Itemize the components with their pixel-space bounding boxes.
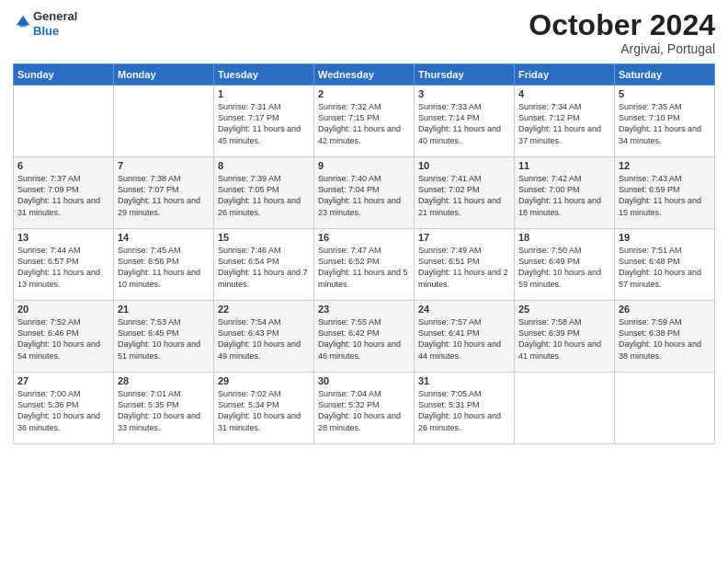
day-number: 27 [17, 375, 109, 386]
calendar-cell [114, 86, 214, 157]
calendar-cell: 9Sunrise: 7:40 AM Sunset: 7:04 PM Daylig… [314, 157, 415, 229]
day-info: Sunrise: 7:39 AM Sunset: 7:05 PM Dayligh… [218, 173, 310, 218]
title-area: October 2024 Argivai, Portugal [529, 9, 715, 56]
calendar-cell: 17Sunrise: 7:49 AM Sunset: 6:51 PM Dayli… [415, 229, 515, 301]
day-number: 6 [17, 160, 109, 171]
calendar-header-day: Sunday [14, 64, 114, 86]
day-info: Sunrise: 7:50 AM Sunset: 6:49 PM Dayligh… [518, 245, 610, 290]
calendar-cell: 1Sunrise: 7:31 AM Sunset: 7:17 PM Daylig… [214, 86, 314, 157]
day-info: Sunrise: 7:02 AM Sunset: 5:34 PM Dayligh… [218, 388, 310, 433]
calendar-cell: 20Sunrise: 7:52 AM Sunset: 6:46 PM Dayli… [14, 301, 114, 373]
day-info: Sunrise: 7:44 AM Sunset: 6:57 PM Dayligh… [17, 245, 109, 290]
calendar-cell: 4Sunrise: 7:34 AM Sunset: 7:12 PM Daylig… [515, 86, 615, 157]
calendar-cell: 29Sunrise: 7:02 AM Sunset: 5:34 PM Dayli… [214, 373, 314, 444]
day-info: Sunrise: 7:54 AM Sunset: 6:43 PM Dayligh… [218, 316, 310, 362]
day-number: 3 [418, 88, 510, 99]
day-number: 18 [518, 232, 610, 243]
day-number: 8 [218, 160, 310, 171]
calendar-cell: 3Sunrise: 7:33 AM Sunset: 7:14 PM Daylig… [415, 86, 515, 157]
calendar-header-day: Wednesday [314, 64, 415, 86]
calendar-week-row: 6Sunrise: 7:37 AM Sunset: 7:09 PM Daylig… [14, 157, 715, 229]
calendar-cell: 2Sunrise: 7:32 AM Sunset: 7:15 PM Daylig… [314, 86, 415, 157]
day-info: Sunrise: 7:59 AM Sunset: 6:38 PM Dayligh… [619, 316, 711, 362]
day-number: 12 [619, 160, 711, 171]
calendar-cell: 27Sunrise: 7:00 AM Sunset: 5:36 PM Dayli… [14, 373, 114, 444]
day-number: 31 [418, 375, 510, 386]
day-info: Sunrise: 7:57 AM Sunset: 6:41 PM Dayligh… [418, 316, 510, 362]
month-title: October 2024 [529, 9, 715, 41]
calendar-cell: 7Sunrise: 7:38 AM Sunset: 7:07 PM Daylig… [114, 157, 214, 229]
day-info: Sunrise: 7:47 AM Sunset: 6:52 PM Dayligh… [318, 245, 410, 290]
calendar-cell: 12Sunrise: 7:43 AM Sunset: 6:59 PM Dayli… [615, 157, 715, 229]
calendar-cell: 5Sunrise: 7:35 AM Sunset: 7:10 PM Daylig… [615, 86, 715, 157]
day-number: 5 [619, 88, 711, 99]
calendar-header-day: Tuesday [214, 64, 314, 86]
calendar-cell: 15Sunrise: 7:46 AM Sunset: 6:54 PM Dayli… [214, 229, 314, 301]
day-number: 15 [218, 232, 310, 243]
day-info: Sunrise: 7:40 AM Sunset: 7:04 PM Dayligh… [318, 173, 410, 218]
day-number: 30 [318, 375, 410, 386]
day-info: Sunrise: 7:58 AM Sunset: 6:39 PM Dayligh… [518, 316, 610, 362]
day-info: Sunrise: 7:52 AM Sunset: 6:46 PM Dayligh… [17, 316, 109, 362]
calendar-cell: 26Sunrise: 7:59 AM Sunset: 6:38 PM Dayli… [615, 301, 715, 373]
day-number: 28 [118, 375, 210, 386]
day-number: 23 [318, 304, 410, 315]
day-number: 26 [619, 304, 711, 315]
day-info: Sunrise: 7:35 AM Sunset: 7:10 PM Dayligh… [619, 101, 711, 146]
day-info: Sunrise: 7:33 AM Sunset: 7:14 PM Dayligh… [418, 101, 510, 146]
location: Argivai, Portugal [529, 41, 715, 56]
day-info: Sunrise: 7:49 AM Sunset: 6:51 PM Dayligh… [418, 245, 510, 290]
calendar-cell: 14Sunrise: 7:45 AM Sunset: 6:56 PM Dayli… [114, 229, 214, 301]
calendar-cell: 23Sunrise: 7:55 AM Sunset: 6:42 PM Dayli… [314, 301, 415, 373]
calendar-week-row: 27Sunrise: 7:00 AM Sunset: 5:36 PM Dayli… [14, 373, 715, 444]
calendar-week-row: 1Sunrise: 7:31 AM Sunset: 7:17 PM Daylig… [14, 86, 715, 157]
day-number: 4 [518, 88, 610, 99]
day-number: 11 [518, 160, 610, 171]
day-info: Sunrise: 7:05 AM Sunset: 5:31 PM Dayligh… [418, 388, 510, 433]
day-number: 10 [418, 160, 510, 171]
header: General Blue October 2024 Argivai, Portu… [13, 9, 715, 56]
calendar-cell: 30Sunrise: 7:04 AM Sunset: 5:32 PM Dayli… [314, 373, 415, 444]
day-info: Sunrise: 7:51 AM Sunset: 6:48 PM Dayligh… [619, 245, 711, 290]
calendar-header-row: SundayMondayTuesdayWednesdayThursdayFrid… [14, 64, 715, 86]
day-info: Sunrise: 7:00 AM Sunset: 5:36 PM Dayligh… [17, 388, 109, 433]
calendar-table: SundayMondayTuesdayWednesdayThursdayFrid… [13, 63, 715, 444]
calendar-cell [615, 373, 715, 444]
calendar-cell [515, 373, 615, 444]
logo-icon [15, 14, 31, 30]
calendar-cell: 21Sunrise: 7:53 AM Sunset: 6:45 PM Dayli… [114, 301, 214, 373]
day-info: Sunrise: 7:45 AM Sunset: 6:56 PM Dayligh… [118, 245, 210, 290]
calendar-cell: 10Sunrise: 7:41 AM Sunset: 7:02 PM Dayli… [415, 157, 515, 229]
day-info: Sunrise: 7:55 AM Sunset: 6:42 PM Dayligh… [318, 316, 410, 362]
logo: General Blue [13, 9, 77, 38]
calendar-cell: 24Sunrise: 7:57 AM Sunset: 6:41 PM Dayli… [415, 301, 515, 373]
calendar-cell: 22Sunrise: 7:54 AM Sunset: 6:43 PM Dayli… [214, 301, 314, 373]
day-number: 13 [17, 232, 109, 243]
day-number: 2 [318, 88, 410, 99]
day-info: Sunrise: 7:42 AM Sunset: 7:00 PM Dayligh… [518, 173, 610, 218]
day-number: 21 [118, 304, 210, 315]
day-info: Sunrise: 7:37 AM Sunset: 7:09 PM Dayligh… [17, 173, 109, 218]
day-number: 9 [318, 160, 410, 171]
day-number: 14 [118, 232, 210, 243]
day-info: Sunrise: 7:41 AM Sunset: 7:02 PM Dayligh… [418, 173, 510, 218]
calendar-cell: 13Sunrise: 7:44 AM Sunset: 6:57 PM Dayli… [14, 229, 114, 301]
calendar-cell: 16Sunrise: 7:47 AM Sunset: 6:52 PM Dayli… [314, 229, 415, 301]
day-info: Sunrise: 7:32 AM Sunset: 7:15 PM Dayligh… [318, 101, 410, 146]
calendar-cell: 11Sunrise: 7:42 AM Sunset: 7:00 PM Dayli… [515, 157, 615, 229]
calendar-header-day: Friday [515, 64, 615, 86]
calendar-cell: 18Sunrise: 7:50 AM Sunset: 6:49 PM Dayli… [515, 229, 615, 301]
day-info: Sunrise: 7:01 AM Sunset: 5:35 PM Dayligh… [118, 388, 210, 433]
day-info: Sunrise: 7:34 AM Sunset: 7:12 PM Dayligh… [518, 101, 610, 146]
calendar-header-day: Thursday [415, 64, 515, 86]
calendar-header-day: Monday [114, 64, 214, 86]
day-number: 24 [418, 304, 510, 315]
day-number: 22 [218, 304, 310, 315]
day-number: 1 [218, 88, 310, 99]
day-number: 20 [17, 304, 109, 315]
calendar-cell: 8Sunrise: 7:39 AM Sunset: 7:05 PM Daylig… [214, 157, 314, 229]
day-info: Sunrise: 7:31 AM Sunset: 7:17 PM Dayligh… [218, 101, 310, 146]
calendar-cell: 25Sunrise: 7:58 AM Sunset: 6:39 PM Dayli… [515, 301, 615, 373]
day-number: 29 [218, 375, 310, 386]
calendar-cell: 6Sunrise: 7:37 AM Sunset: 7:09 PM Daylig… [14, 157, 114, 229]
